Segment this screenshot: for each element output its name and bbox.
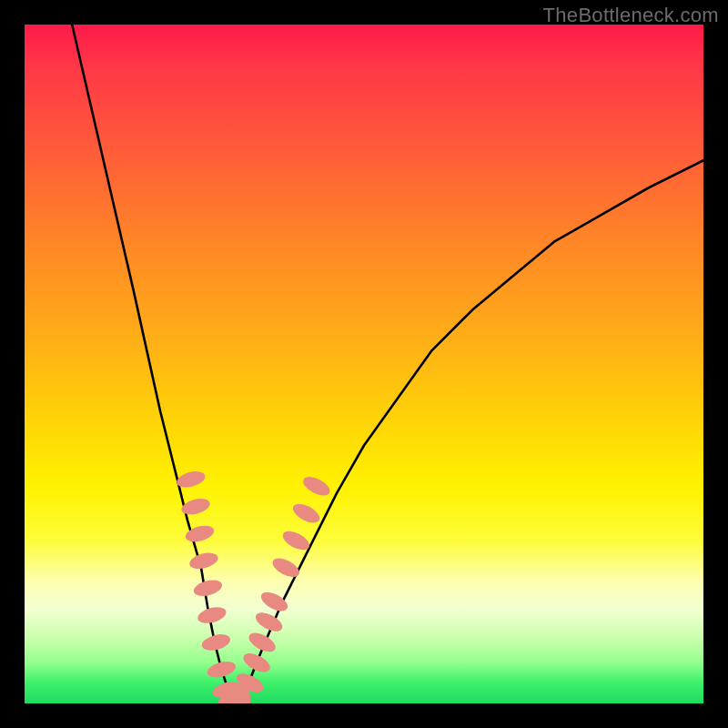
curve-marker <box>290 500 323 527</box>
bottleneck-chart <box>25 25 703 703</box>
curve-layer <box>72 25 703 703</box>
curve-marker <box>196 604 228 626</box>
plot-area <box>25 25 703 703</box>
curve-marker <box>300 473 333 500</box>
curve-marker <box>269 554 302 581</box>
curve-marker <box>179 496 211 518</box>
curve-marker <box>192 577 224 599</box>
bottleneck-curve <box>72 25 703 703</box>
curve-marker <box>240 650 273 676</box>
marker-layer <box>175 469 332 703</box>
curve-marker <box>206 659 238 681</box>
curve-marker <box>187 550 219 571</box>
chart-frame: TheBottleneck.com <box>0 0 728 728</box>
watermark-label: TheBottleneck.com <box>543 4 719 27</box>
curve-marker <box>258 589 291 615</box>
